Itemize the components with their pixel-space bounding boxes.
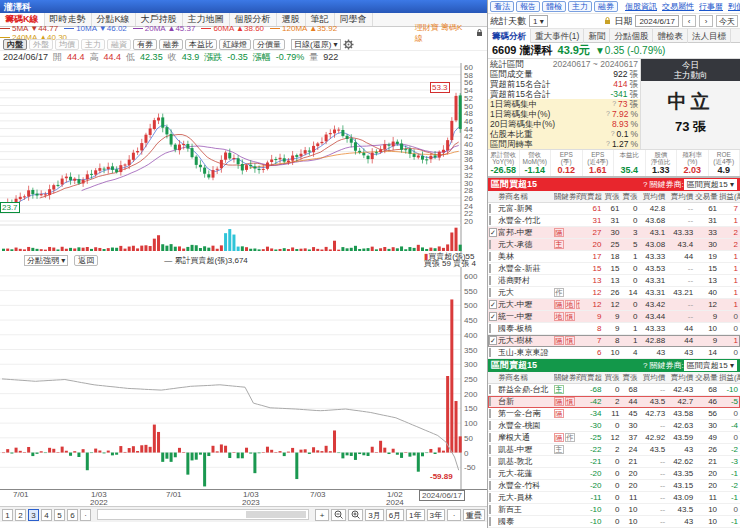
row-checkbox[interactable] [489, 204, 491, 213]
table-row[interactable]: 國泰-10010--4310-1 [488, 516, 740, 528]
page-button[interactable]: 2 [15, 509, 26, 521]
indicator-select[interactable]: 分點強弱 ▾ [24, 255, 68, 266]
table-row[interactable]: 台新隔慣-4224443.542.746-5 [488, 396, 740, 408]
chart-tool-button[interactable]: 主力 [81, 39, 105, 50]
back-button[interactable]: 返回 [74, 255, 98, 266]
table-row[interactable]: 永豐金-竹北3131043.68--311 [488, 215, 740, 227]
table-row[interactable]: 新百王-10010--43.5100 [488, 504, 740, 516]
chart-tool-button[interactable]: 外盤 [29, 39, 53, 50]
buy-key-select[interactable]: 區間買超15 ▾ [684, 179, 737, 190]
table-row[interactable]: 第一金-台南隔-34114542.7343.58560 [488, 408, 740, 420]
period-select[interactable]: 日線(還原) ▾ [291, 39, 341, 50]
range-button[interactable]: 3年 [427, 509, 445, 521]
table-row[interactable]: 玉山-東京東證61044343140 [488, 347, 740, 359]
price-chart[interactable]: 6058565452504846444240383634323028262422… [0, 63, 487, 253]
chart-tool-button[interactable]: 分價量 [253, 39, 285, 50]
help-icon[interactable]: ? [611, 129, 615, 139]
page-button[interactable]: · [80, 509, 91, 521]
table-row[interactable]: 永豐金-新莊1515043.53--151 [488, 263, 740, 275]
row-checkbox[interactable] [489, 276, 491, 285]
table-row[interactable]: 元大作12261443.3143.21401 [488, 287, 740, 299]
panel-link[interactable]: 交易屬性 [662, 1, 694, 12]
row-checkbox[interactable] [489, 216, 491, 225]
table-row[interactable]: 元大-員林-11011--43.0911-1 [488, 492, 740, 504]
chart-tool-button[interactable]: 融資 [107, 39, 131, 50]
table-row[interactable]: 凱基-敦北-21021--42.6221-3 [488, 456, 740, 468]
panel-action-button[interactable]: 看法 [490, 1, 514, 12]
panel-action-button[interactable]: 融券 [594, 1, 618, 12]
row-checkbox[interactable] [489, 421, 491, 430]
page-button[interactable]: 1 [2, 509, 13, 521]
range-button[interactable]: 6月 [386, 509, 404, 521]
panel-tab[interactable]: 重大事件(1) [531, 29, 584, 43]
table-row[interactable]: 美林1718143.3344191 [488, 251, 740, 263]
date-input[interactable]: 2024/6/17 [635, 15, 679, 27]
help-icon[interactable]: ? [612, 99, 616, 109]
date-prev-button[interactable]: ‹ [682, 15, 696, 27]
stat-days-select[interactable]: 1 ▾ [529, 15, 548, 27]
panel-link[interactable]: 個股資訊 [625, 1, 657, 12]
range-button[interactable]: 重疊 [463, 509, 485, 521]
panel-action-button[interactable]: 體檢 [542, 1, 566, 12]
table-row[interactable]: 國泰-板橋89143.3344100 [488, 323, 740, 335]
row-checkbox[interactable] [489, 397, 491, 406]
page-button[interactable]: 5 [54, 509, 65, 521]
chart-tool-button[interactable]: 本益比 [185, 39, 217, 50]
panel-tab[interactable]: 體檢表 [653, 29, 688, 43]
row-checkbox[interactable] [489, 505, 491, 514]
range-button[interactable]: 3月 [365, 509, 383, 521]
page-button[interactable]: 4 [41, 509, 52, 521]
chart-tool-button[interactable]: 紅綠燈 [219, 39, 251, 50]
chart-tool-button[interactable]: 內盤 [3, 39, 27, 50]
row-checkbox[interactable]: ✓ [489, 336, 497, 345]
panel-action-button[interactable]: 主力 [568, 1, 592, 12]
table-row[interactable]: 永豐金-桃園-30030--42.6330-4 [488, 420, 740, 432]
sell-key-select[interactable]: 區間賣超15 ▾ [684, 360, 737, 371]
range-button[interactable]: 1年 [406, 509, 424, 521]
table-row[interactable]: 港商野村1313043.31--131 [488, 275, 740, 287]
row-checkbox[interactable] [489, 433, 491, 442]
range-button[interactable]: · [447, 509, 461, 521]
page-button[interactable]: 3 [28, 509, 39, 521]
panel-tab[interactable]: 法人目標 [688, 29, 731, 43]
row-checkbox[interactable]: ✓ [489, 312, 497, 321]
row-checkbox[interactable] [489, 481, 491, 490]
row-checkbox[interactable] [489, 252, 491, 261]
table-row[interactable]: 元大-花蓮-20020--43.3520-1 [488, 468, 740, 480]
page-button[interactable]: 6 [67, 509, 78, 521]
table-row[interactable]: 元富-新興6161042.8--617 [488, 203, 740, 215]
panel-tab[interactable]: 新聞 [584, 29, 610, 43]
table-row[interactable]: ✓富邦-中壢隔2730343.143.33332 [488, 227, 740, 239]
table-row[interactable]: 凱基-中壢主-2222443.54326-2 [488, 444, 740, 456]
zoom-out-icon[interactable] [331, 509, 346, 521]
row-checkbox[interactable] [489, 457, 491, 466]
row-checkbox[interactable] [489, 445, 491, 454]
row-checkbox[interactable] [489, 469, 491, 478]
help-icon[interactable]: ? [606, 139, 610, 149]
panel-link[interactable]: 行事曆 [699, 1, 723, 12]
date-next-button[interactable]: › [699, 15, 713, 27]
row-checkbox[interactable] [489, 288, 491, 297]
table-row[interactable]: 永豐金-竹科-20020--43.1520-2 [488, 480, 740, 492]
row-checkbox[interactable] [489, 493, 491, 502]
zoom-in-icon[interactable] [348, 509, 363, 521]
table-row[interactable]: ✓元大-中壢隔地慣1212043.42--121 [488, 299, 740, 311]
table-row[interactable]: ✓元大-樹林隔慣78142.884491 [488, 335, 740, 347]
panel-action-button[interactable]: 報告 [516, 1, 540, 12]
table-row[interactable]: 群益金鼎-台北主-68068--42.4368-10 [488, 384, 740, 396]
table-row[interactable]: ✓統一-中壢地慣99043.44--90 [488, 311, 740, 323]
chart-tool-button[interactable]: 融券 [159, 39, 183, 50]
row-checkbox[interactable]: ✓ [489, 300, 497, 309]
panel-link[interactable]: 到價通知 [728, 1, 740, 12]
row-checkbox[interactable] [489, 385, 491, 394]
scroll-step-button[interactable]: + [315, 509, 329, 521]
row-checkbox[interactable]: ✓ [489, 228, 497, 237]
table-row[interactable]: 元大-承德主2025543.0843.4302 [488, 239, 740, 251]
row-checkbox[interactable] [489, 264, 491, 273]
chart-tool-button[interactable]: 均價 [55, 39, 79, 50]
today-button[interactable]: 今天 [716, 15, 738, 27]
row-checkbox[interactable] [489, 240, 491, 249]
row-checkbox[interactable] [489, 324, 491, 333]
chart-tool-button[interactable]: 有券 [133, 39, 157, 50]
table-row[interactable]: 摩根大通隔作-25123742.9243.59490 [488, 432, 740, 444]
